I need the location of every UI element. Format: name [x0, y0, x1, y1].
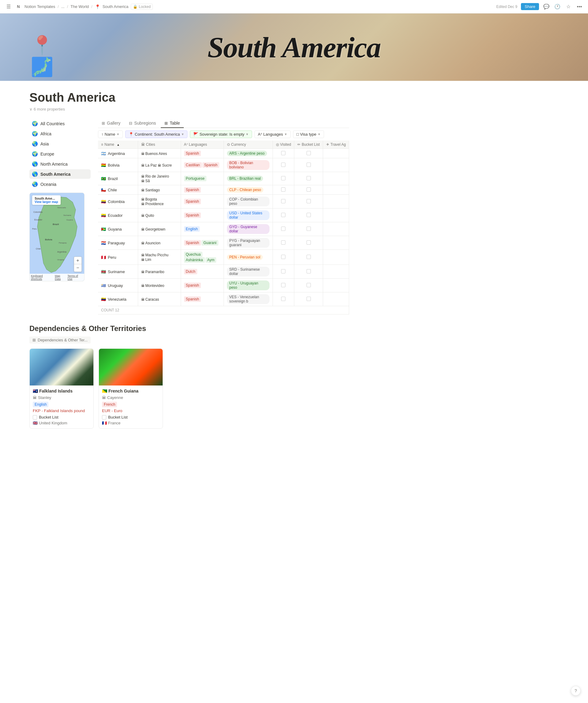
view-larger-map-link[interactable]: View larger map [34, 200, 58, 204]
cell-visited[interactable] [273, 149, 294, 158]
cell-visited[interactable] [273, 185, 294, 195]
terms-link[interactable]: Terms of Use [67, 275, 83, 281]
notion-logo[interactable]: N [15, 3, 22, 10]
table-row[interactable]: 🇵🇾Paraguay🏛AsuncionSpanishGuaraniPYG - P… [98, 236, 349, 250]
cell-visited[interactable] [273, 279, 294, 292]
cell-bucket[interactable] [294, 149, 323, 158]
table-row[interactable]: 🇨🇱Chile🏛SantiagoSpanishCLP - Chilean pes… [98, 185, 349, 195]
filter-name-sort[interactable]: ↑ Name ▼ [98, 131, 123, 138]
keyboard-shortcuts-link[interactable]: Keyboard shortcuts [31, 275, 54, 281]
more-properties[interactable]: ∨ 6 more properties [29, 107, 338, 111]
cell-bucket[interactable] [294, 195, 323, 209]
bucket-checkbox[interactable] [306, 163, 311, 167]
sidebar-item-all-countries[interactable]: 🌍 All Countries [29, 119, 91, 128]
col-header-cities[interactable]: 🏛 Cities [138, 141, 181, 149]
filter-sovereign[interactable]: 🚩 Sovereign state: Is empty ▼ [190, 131, 252, 138]
bucket-checkbox[interactable] [306, 187, 311, 192]
comment-icon[interactable]: 💬 [543, 3, 550, 10]
col-header-currency[interactable]: ⊙ Currency [224, 141, 273, 149]
table-row[interactable]: 🇺🇾Uruguay🏛MontevideoSpanishUYU - Uruguay… [98, 279, 349, 292]
cell-bucket[interactable] [294, 265, 323, 279]
menu-icon[interactable]: ☰ [5, 3, 12, 10]
share-button[interactable]: Share [521, 3, 539, 10]
visited-checkbox[interactable] [281, 199, 285, 203]
map-zoom-out[interactable]: − [74, 264, 81, 271]
bucket-checkbox[interactable] [102, 415, 106, 419]
bucket-checkbox[interactable] [306, 255, 311, 259]
cell-visited[interactable] [273, 265, 294, 279]
table-row[interactable]: 🇪🇨Ecuador🏛QuitoSpanishUSD - United State… [98, 209, 349, 222]
breadcrumb-templates[interactable]: Notion Templates [24, 4, 55, 9]
col-header-bucket[interactable]: ✏ Bucket List [294, 141, 323, 149]
sidebar-item-oceania[interactable]: 🌏 Oceania [29, 179, 91, 189]
cell-bucket[interactable] [294, 236, 323, 250]
cell-bucket[interactable] [294, 185, 323, 195]
sidebar-item-south-america[interactable]: 🌎 South America [29, 169, 91, 179]
visited-checkbox[interactable] [281, 176, 285, 180]
table-row[interactable]: 🇧🇴Bolivia🏛La Paz 🏛SucreCastilianSpanishB… [98, 158, 349, 172]
table-row[interactable]: 🇨🇴Colombia🏛Bogota 🏛ProvidenceSpanishCOP … [98, 195, 349, 209]
table-row[interactable]: 🇵🇪Peru🏛Machu Picchu 🏛LimQuechuaAsháninka… [98, 250, 349, 265]
breadcrumb-current[interactable]: South America [102, 4, 129, 9]
map-label[interactable]: South Ame... View larger map [32, 196, 61, 205]
table-row[interactable]: 🇸🇷Suriname🏛ParamariboDutchSRD - Suriname… [98, 265, 349, 279]
cell-visited[interactable] [273, 195, 294, 209]
table-row[interactable]: 🇦🇷Argentina🏛Buenos AiresSpanishARS - Arg… [98, 149, 349, 158]
cell-bucket[interactable] [294, 250, 323, 265]
bucket-checkbox[interactable] [306, 283, 311, 287]
visited-checkbox[interactable] [281, 163, 285, 167]
visited-checkbox[interactable] [281, 283, 285, 287]
visited-checkbox[interactable] [281, 269, 285, 274]
bucket-checkbox[interactable] [306, 227, 311, 231]
clock-icon[interactable]: 🕐 [554, 3, 561, 10]
cell-visited[interactable] [273, 209, 294, 222]
bucket-checkbox[interactable] [306, 199, 311, 203]
tab-subregions[interactable]: ⊟ Subregions [125, 119, 159, 128]
visited-checkbox[interactable] [281, 255, 285, 259]
cell-bucket[interactable] [294, 279, 323, 292]
dep-gallery-tab[interactable]: ⊞ Dependencies & Other Ter... [29, 336, 91, 343]
more-icon[interactable]: ••• [576, 3, 583, 10]
filter-continent[interactable]: 📍 Continent: South America ▼ [125, 131, 188, 138]
col-header-name[interactable]: ≡ Name ▲ [98, 141, 138, 149]
cell-bucket[interactable] [294, 209, 323, 222]
map-data-link[interactable]: Map Data [55, 275, 66, 281]
cell-visited[interactable] [273, 172, 294, 185]
visited-checkbox[interactable] [281, 151, 285, 155]
table-row[interactable]: 🇻🇪Venezuela🏛CaracasSpanishVES - Venezuel… [98, 292, 349, 306]
cell-visited[interactable] [273, 236, 294, 250]
filter-visa[interactable]: □ Visa type ▼ [293, 131, 324, 138]
bucket-checkbox[interactable] [306, 176, 311, 180]
breadcrumb-world[interactable]: The World [70, 4, 89, 9]
cell-bucket[interactable] [294, 158, 323, 172]
cell-visited[interactable] [273, 250, 294, 265]
star-icon[interactable]: ☆ [565, 3, 572, 10]
bucket-checkbox[interactable] [306, 151, 311, 155]
col-header-languages[interactable]: Aᶻ Languages [181, 141, 224, 149]
map-zoom-in[interactable]: + [74, 257, 81, 264]
col-header-visited[interactable]: ◎ Visited [273, 141, 294, 149]
tab-table[interactable]: ⊞ Table [161, 119, 183, 128]
gallery-card[interactable]: 🇫🇰 Falkland Islands 🏛 Stanley English FK… [29, 348, 94, 428]
sidebar-item-asia[interactable]: 🌏 Asia [29, 139, 91, 149]
cell-visited[interactable] [273, 222, 294, 236]
sidebar-item-africa[interactable]: 🌍 Africa [29, 129, 91, 138]
filter-languages[interactable]: Aᶻ Languages ▼ [254, 131, 291, 138]
visited-checkbox[interactable] [281, 240, 285, 245]
breadcrumb-ellipsis[interactable]: ... [61, 4, 65, 9]
cell-bucket[interactable] [294, 292, 323, 306]
visited-checkbox[interactable] [281, 227, 285, 231]
sidebar-item-europe[interactable]: 🌍 Europe [29, 149, 91, 159]
bucket-checkbox[interactable] [306, 269, 311, 274]
col-header-travel[interactable]: ✈ Travel Ag [323, 141, 349, 149]
visited-checkbox[interactable] [281, 213, 285, 217]
visited-checkbox[interactable] [281, 297, 285, 301]
bucket-checkbox[interactable] [306, 240, 311, 245]
sidebar-item-north-america[interactable]: 🌎 North America [29, 159, 91, 169]
bucket-checkbox[interactable] [306, 213, 311, 217]
tab-gallery[interactable]: ⊞ Gallery [98, 119, 124, 128]
cell-bucket[interactable] [294, 172, 323, 185]
cell-visited[interactable] [273, 158, 294, 172]
table-row[interactable]: 🇬🇾Guyana🏛GeorgetownEnglishGYD - Guyanese… [98, 222, 349, 236]
visited-checkbox[interactable] [281, 187, 285, 192]
